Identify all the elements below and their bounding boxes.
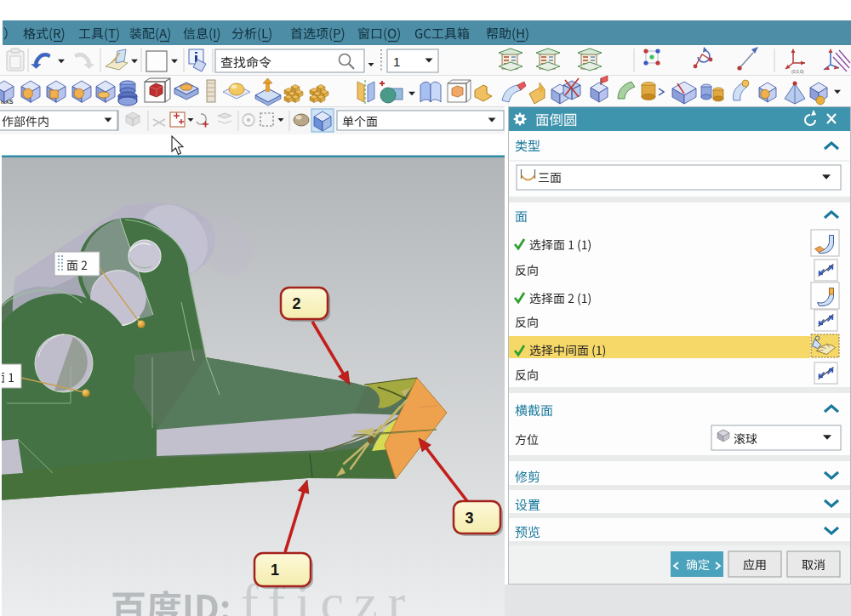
svg-text:(0,0,0): (0,0,0) [791, 69, 804, 74]
svg-text:2: 2 [293, 295, 301, 312]
svg-text:1: 1 [271, 562, 279, 579]
svg-text:1: 1 [393, 54, 400, 69]
svg-text:3: 3 [465, 510, 474, 527]
